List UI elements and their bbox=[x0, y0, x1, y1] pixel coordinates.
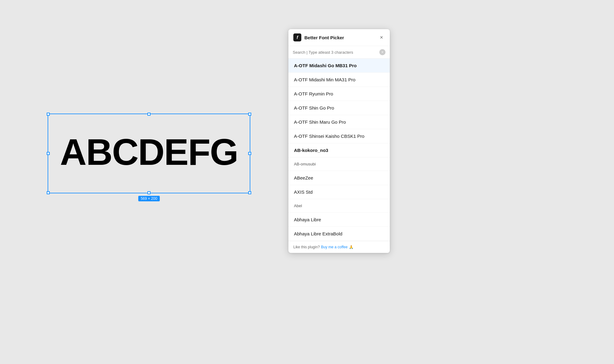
font-list-item[interactable]: ABeeZee bbox=[288, 171, 390, 185]
footer-text: Like this plugin? bbox=[293, 245, 320, 249]
panel-footer: Like this plugin? Buy me a coffee 🙏 bbox=[288, 241, 390, 253]
panel-title: Better Font Picker bbox=[304, 35, 344, 40]
font-list-item[interactable]: A-OTF Ryumin Pro bbox=[288, 87, 390, 101]
handle-middle-left[interactable] bbox=[47, 152, 50, 155]
font-list-item[interactable]: AB-kokoro_no3 bbox=[288, 143, 390, 157]
font-list-item[interactable]: A-OTF Shinsei Kaisho CBSK1 Pro bbox=[288, 129, 390, 143]
font-list-item[interactable]: AB-omusubi bbox=[288, 157, 390, 171]
font-list-item[interactable]: A-OTF Midashi Go MB31 Pro bbox=[288, 59, 390, 73]
search-input[interactable] bbox=[293, 50, 377, 55]
dimension-badge: 569 × 200 bbox=[138, 196, 160, 201]
panel-icon: f bbox=[293, 33, 301, 41]
buy-coffee-link[interactable]: Buy me a coffee bbox=[321, 245, 348, 249]
font-list-item[interactable]: A-OTF Shin Go Pro bbox=[288, 101, 390, 115]
handle-top-right[interactable] bbox=[248, 113, 251, 116]
handle-bottom-right[interactable] bbox=[248, 191, 251, 194]
clear-icon: × bbox=[381, 50, 383, 54]
handle-top-left[interactable] bbox=[47, 113, 50, 116]
handle-bottom-middle[interactable] bbox=[147, 191, 151, 194]
panel-header-left: f Better Font Picker bbox=[293, 33, 344, 41]
font-list-item[interactable]: Abhaya Libre bbox=[288, 213, 390, 227]
selection-box: ABCDEFG 569 × 200 bbox=[48, 114, 250, 193]
canvas-text[interactable]: ABCDEFG bbox=[60, 134, 238, 170]
search-clear-button[interactable]: × bbox=[379, 49, 385, 55]
font-list-item[interactable]: A-OTF Midashi Min MA31 Pro bbox=[288, 73, 390, 87]
font-list-item[interactable]: AXIS Std bbox=[288, 185, 390, 199]
font-list: A-OTF Midashi Go MB31 ProA-OTF Midashi M… bbox=[288, 59, 390, 241]
font-list-item[interactable]: Abel bbox=[288, 199, 390, 213]
canvas-element-wrapper[interactable]: ABCDEFG 569 × 200 bbox=[48, 114, 250, 193]
handle-top-middle[interactable] bbox=[147, 113, 151, 116]
handle-bottom-left[interactable] bbox=[47, 191, 50, 194]
font-list-item[interactable]: Abhaya Libre ExtraBold bbox=[288, 227, 390, 241]
panel-header: f Better Font Picker × bbox=[288, 29, 390, 46]
handle-middle-right[interactable] bbox=[248, 152, 251, 155]
font-list-item[interactable]: A-OTF Shin Maru Go Pro bbox=[288, 115, 390, 129]
footer-emoji: 🙏 bbox=[349, 245, 354, 249]
search-area: × bbox=[288, 46, 390, 59]
close-button[interactable]: × bbox=[378, 34, 385, 41]
font-picker-panel: f Better Font Picker × × A-OTF Midashi G… bbox=[288, 29, 390, 253]
